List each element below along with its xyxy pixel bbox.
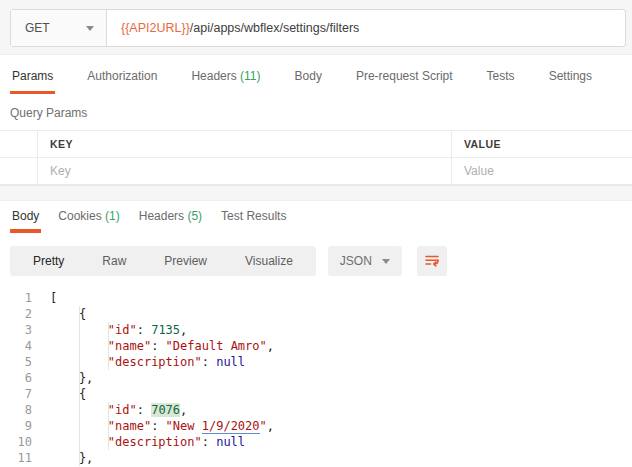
view-preview[interactable]: Preview	[145, 246, 226, 276]
code-line: 4 "name": "Default Amro",	[0, 338, 632, 354]
view-pretty[interactable]: Pretty	[14, 246, 83, 276]
tab-pre-request-script[interactable]: Pre-request Script	[354, 69, 455, 94]
code-line: 8 "id": 7076,	[0, 402, 632, 418]
chevron-down-icon	[382, 259, 390, 264]
query-params-table: KEY VALUE	[0, 130, 632, 185]
line-number: 8	[0, 402, 32, 418]
line-content: "id": 7135,	[32, 322, 187, 338]
indent-guide	[108, 402, 109, 450]
tab-label: Headers	[191, 69, 236, 83]
code-line: 9 "name": "New 1/9/2020",	[0, 418, 632, 434]
code-line: 7 {	[0, 386, 632, 402]
tab-label: Body	[12, 209, 39, 223]
select-column-header	[0, 131, 38, 157]
tab-label: Params	[12, 69, 53, 83]
response-body-editor[interactable]: 1[2 {3 "id": 7135,4 "name": "Default Amr…	[0, 286, 632, 467]
url-environment-variable: {{API2URL}}	[121, 21, 190, 35]
response-tab-headers[interactable]: Headers (5)	[137, 209, 204, 233]
language-dropdown[interactable]: JSON	[328, 246, 402, 276]
response-tab-cookies[interactable]: Cookies (1)	[56, 209, 121, 233]
tab-label: Cookies	[58, 209, 101, 223]
line-content: "description": null	[32, 354, 245, 370]
value-column-header: VALUE	[452, 131, 632, 157]
tab-headers[interactable]: Headers (11)	[189, 69, 262, 94]
tab-authorization[interactable]: Authorization	[85, 69, 159, 94]
url-bar: GET {{API2URL}}/api/apps/wbflex/settings…	[10, 9, 626, 47]
method-dropdown[interactable]: GET	[11, 10, 107, 46]
tab-label: Tests	[487, 69, 515, 83]
response-tab-test-results[interactable]: Test Results	[219, 209, 288, 233]
line-number: 5	[0, 354, 32, 370]
tab-label: Authorization	[87, 69, 157, 83]
url-path: /api/apps/wbflex/settings/filters	[190, 21, 360, 35]
wrap-text-icon	[423, 252, 441, 270]
indent-guide	[108, 322, 109, 370]
line-number: 2	[0, 306, 32, 322]
line-number: 9	[0, 418, 32, 434]
tab-params[interactable]: Params	[10, 69, 55, 94]
request-tabs: ParamsAuthorizationHeaders (11)BodyPre-r…	[0, 55, 632, 94]
language-label: JSON	[340, 254, 372, 268]
view-raw[interactable]: Raw	[83, 246, 145, 276]
line-content: {	[32, 306, 86, 322]
line-content: },	[32, 370, 93, 386]
line-content: "description": null	[32, 434, 245, 450]
table-header-row: KEY VALUE	[0, 131, 632, 158]
view-visualize[interactable]: Visualize	[226, 246, 312, 276]
line-number: 3	[0, 322, 32, 338]
tab-settings[interactable]: Settings	[547, 69, 594, 94]
query-params-heading: Query Params	[10, 106, 622, 120]
line-number: 11	[0, 450, 32, 466]
line-number: 6	[0, 370, 32, 386]
response-tab-body[interactable]: Body	[10, 209, 41, 233]
response-view-switcher: PrettyRawPreviewVisualize	[10, 246, 316, 276]
line-number: 1	[0, 290, 32, 306]
key-input[interactable]	[50, 164, 431, 178]
line-content: "name": "Default Amro",	[32, 338, 274, 354]
wrap-text-button[interactable]	[417, 246, 447, 276]
tab-body[interactable]: Body	[293, 69, 324, 94]
line-content: {	[32, 386, 86, 402]
line-content: },	[32, 450, 93, 466]
line-content: "name": "New 1/9/2020",	[32, 418, 274, 434]
code-line: 10 "description": null	[0, 434, 632, 450]
tab-count: (1)	[102, 209, 120, 223]
code-line: 5 "description": null	[0, 354, 632, 370]
section-divider	[0, 185, 632, 201]
code-line: 3 "id": 7135,	[0, 322, 632, 338]
tab-label: Pre-request Script	[356, 69, 453, 83]
request-url-section: GET {{API2URL}}/api/apps/wbflex/settings…	[0, 0, 632, 55]
tab-label: Test Results	[221, 209, 286, 223]
tab-label: Headers	[139, 209, 184, 223]
tab-label: Settings	[549, 69, 592, 83]
row-checkbox-area[interactable]	[0, 158, 38, 184]
tab-count: (5)	[184, 209, 202, 223]
tab-tests[interactable]: Tests	[485, 69, 517, 94]
code-line: 6 },	[0, 370, 632, 386]
line-content: "id": 7076,	[32, 402, 187, 418]
line-number: 10	[0, 434, 32, 450]
tab-count: (11)	[237, 69, 261, 83]
method-label: GET	[25, 21, 50, 35]
table-row	[0, 158, 632, 185]
chevron-down-icon	[86, 26, 94, 31]
url-input[interactable]: {{API2URL}}/api/apps/wbflex/settings/fil…	[107, 10, 625, 46]
line-number: 7	[0, 386, 32, 402]
code-line: 2 {	[0, 306, 632, 322]
indent-guide	[79, 306, 80, 466]
line-number: 4	[0, 338, 32, 354]
value-input[interactable]	[464, 164, 624, 178]
code-line: 11 },	[0, 450, 632, 466]
response-toolbar: PrettyRawPreviewVisualize JSON	[10, 246, 622, 276]
key-column-header: KEY	[38, 131, 452, 157]
code-line: 1[	[0, 290, 632, 306]
line-content: [	[32, 290, 57, 306]
response-tabs: BodyCookies (1)Headers (5)Test Results	[0, 201, 632, 233]
tab-label: Body	[295, 69, 322, 83]
